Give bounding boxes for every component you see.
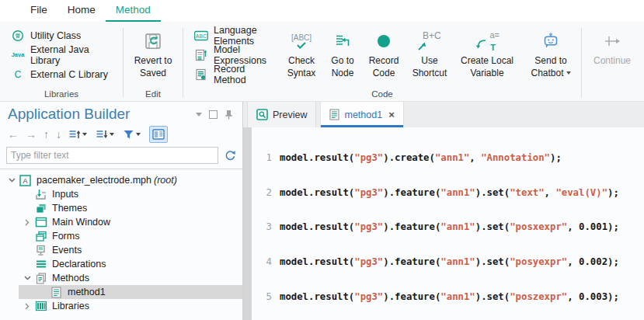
editor-tab-strip: Preview method1 ×: [243, 102, 644, 127]
model-expressions-icon: [194, 49, 208, 61]
create-local-variable-button[interactable]: a= T Create Local Variable: [454, 22, 520, 79]
sidebar-item-themes[interactable]: Themes: [0, 201, 242, 215]
panel-pin-icon[interactable]: [225, 110, 233, 120]
filter-button[interactable]: [120, 126, 145, 143]
model-expressions-label: Model Expressions: [214, 44, 270, 66]
panel-maximize-icon[interactable]: [209, 110, 218, 119]
ribbon-group-label-edit: Edit: [124, 89, 183, 99]
tab-method[interactable]: Method: [106, 0, 161, 22]
language-elements-icon: ABC: [194, 30, 208, 42]
java-icon: Java: [11, 49, 25, 61]
send-to-chatbot-label: Send to Chatbot: [520, 55, 581, 79]
record-method-icon: [194, 68, 208, 81]
tree-root-item[interactable]: A pacemaker_electrode.mph (root): [0, 173, 242, 187]
panel-menu-chevron-icon[interactable]: [196, 113, 202, 117]
language-elements-button[interactable]: ABC Language Elements: [188, 26, 277, 45]
check-syntax-button[interactable]: [ABC] Check Syntax: [280, 22, 323, 79]
inputs-icon: [34, 188, 47, 200]
code-line[interactable]: 2model.result("pg3").feature("ann1").set…: [252, 186, 644, 200]
expand-list-up-button[interactable]: [65, 126, 92, 143]
code-line[interactable]: 4model.result("pg3").feature("ann1").set…: [252, 256, 644, 269]
ribbon-group-libraries: Utility Class Java External Java Library…: [0, 22, 123, 101]
line-number: 3: [252, 221, 280, 232]
sidebar-item-forms[interactable]: Forms: [0, 229, 242, 243]
methods-icon: [34, 272, 47, 284]
code-line[interactable]: 5model.result("pg3").feature("ann1").set…: [252, 290, 644, 303]
list-up-icon: [68, 129, 81, 140]
svg-text:A: A: [23, 177, 27, 185]
close-icon[interactable]: ×: [388, 109, 395, 120]
use-shortcut-button[interactable]: B+C Use Shortcut: [406, 22, 454, 79]
move-up-button[interactable]: ↑: [40, 126, 52, 143]
forward-button[interactable]: →: [23, 126, 40, 143]
tree-item-label: Declarations: [52, 259, 106, 270]
sidebar-item-methods[interactable]: Methods: [0, 271, 242, 285]
tree-item-label: Methods: [52, 273, 89, 283]
panel-title: Application Builder: [8, 106, 196, 123]
tab-preview[interactable]: Preview: [247, 102, 316, 127]
ribbon-group-code: ABC Language Elements Model Expressions …: [183, 22, 581, 101]
revert-to-saved-label: Revert to Saved: [128, 55, 178, 79]
tree-root-suffix: (root): [154, 175, 177, 186]
events-icon: [34, 244, 47, 256]
record-code-button[interactable]: Record Code: [362, 22, 406, 79]
code-editor[interactable]: 1model.result("pg3").create("ann1", "Ann…: [252, 127, 644, 320]
external-java-library-button[interactable]: Java External Java Library: [5, 45, 123, 64]
go-to-node-button[interactable]: Go to Node: [323, 22, 362, 79]
sidebar-item-inputs[interactable]: Inputs: [0, 187, 242, 201]
preview-icon: [256, 109, 268, 120]
line-number: 1: [252, 152, 280, 163]
send-to-chatbot-button[interactable]: Send to Chatbot: [520, 22, 581, 79]
c-icon: C: [11, 68, 25, 81]
continue-button[interactable]: Continue: [585, 22, 639, 101]
refresh-icon[interactable]: [225, 150, 236, 162]
editor-marker-ruler: [243, 127, 252, 320]
line-number: 5: [252, 291, 280, 302]
main-window-icon: [34, 216, 47, 228]
utility-class-button[interactable]: Utility Class: [5, 26, 123, 45]
tree-item-label: Themes: [52, 203, 87, 214]
down-arrow-icon: ↓: [56, 129, 61, 140]
revert-to-saved-icon: [143, 27, 163, 55]
code-line[interactable]: 3model.result("pg3").feature("ann1").set…: [252, 221, 644, 234]
chevron-collapsed-icon[interactable]: [20, 303, 34, 310]
ribbon-group-label-libraries: Libraries: [0, 89, 123, 99]
tab-home[interactable]: Home: [57, 0, 106, 22]
tree-item-label: Main Window: [52, 217, 110, 228]
back-button[interactable]: ←: [5, 126, 22, 143]
tab-method1[interactable]: method1 ×: [320, 102, 403, 127]
utility-class-label: Utility Class: [30, 30, 81, 41]
chevron-expanded-icon[interactable]: [20, 276, 34, 280]
model-expressions-button[interactable]: Model Expressions: [188, 45, 277, 64]
forward-arrow-icon: →: [26, 129, 37, 140]
create-local-variable-label: Create Local Variable: [454, 55, 520, 79]
expand-list-down-button[interactable]: [92, 126, 119, 143]
sidebar-item-method1[interactable]: method1: [0, 285, 242, 299]
show-node-settings-toggle[interactable]: [149, 126, 168, 143]
sidebar-item-main-window[interactable]: Main Window: [0, 215, 242, 229]
record-method-button[interactable]: Record Method: [188, 64, 277, 84]
move-down-button[interactable]: ↓: [53, 126, 64, 143]
chevron-collapsed-icon[interactable]: [20, 219, 34, 226]
sidebar-item-events[interactable]: Events: [0, 243, 242, 257]
code-line[interactable]: 1model.result("pg3").create("ann1", "Ann…: [252, 151, 644, 165]
record-code-label: Record Code: [362, 55, 406, 79]
tree-filter-input[interactable]: [6, 147, 218, 164]
external-c-library-label: External C Library: [30, 69, 108, 80]
tree-item-label: Forms: [52, 231, 79, 242]
language-elements-label: Language Elements: [214, 25, 270, 47]
tree-item-label: pacemaker_electrode.mph: [37, 175, 151, 186]
ribbon-group-edit: Revert to Saved Edit: [124, 22, 183, 101]
sidebar-item-libraries[interactable]: Libraries: [0, 299, 242, 313]
sidebar-item-declarations[interactable]: Declarations: [0, 257, 242, 271]
declarations-icon: [34, 258, 47, 270]
external-c-library-button[interactable]: C External C Library: [5, 64, 123, 84]
ribbon: Utility Class Java External Java Library…: [0, 22, 644, 102]
tab-file[interactable]: File: [20, 0, 57, 22]
list-down-icon: [96, 129, 108, 140]
external-java-library-label: External Java Library: [30, 44, 117, 66]
tree-item-label: Libraries: [52, 301, 89, 311]
svg-text:ABC: ABC: [196, 33, 207, 39]
chevron-expanded-icon[interactable]: [5, 178, 19, 183]
tab-method1-label: method1: [344, 110, 382, 120]
